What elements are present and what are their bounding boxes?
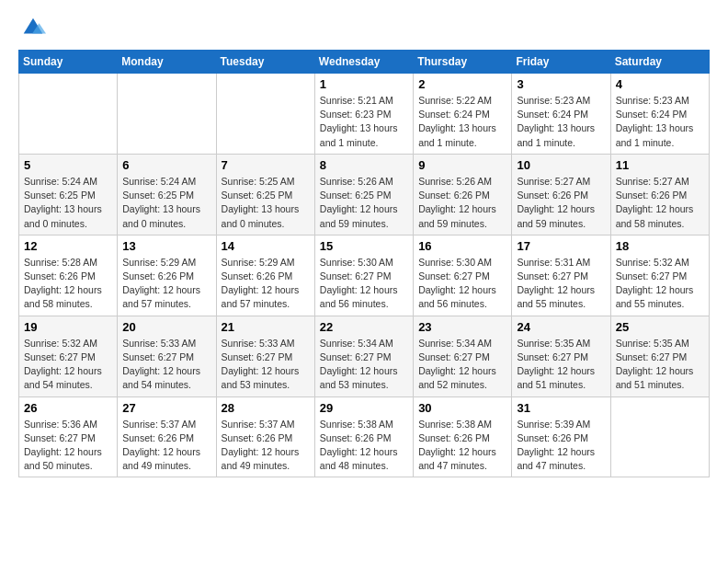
calendar-cell: 25Sunrise: 5:35 AMSunset: 6:27 PMDayligh… [610,316,709,396]
day-number: 15 [320,239,408,253]
calendar-cell: 22Sunrise: 5:34 AMSunset: 6:27 PMDayligh… [314,316,413,396]
calendar-header-wednesday: Wednesday [314,51,413,74]
day-number: 2 [418,77,506,91]
day-info: Sunrise: 5:28 AMSunset: 6:26 PMDaylight:… [24,256,112,312]
day-info: Sunrise: 5:23 AMSunset: 6:24 PMDaylight:… [517,94,605,150]
calendar-header-sunday: Sunday [19,51,118,74]
day-info: Sunrise: 5:37 AMSunset: 6:26 PMDaylight:… [122,418,210,474]
calendar-header-monday: Monday [118,51,216,74]
calendar-header-tuesday: Tuesday [216,51,314,74]
calendar-cell: 16Sunrise: 5:30 AMSunset: 6:27 PMDayligh… [414,235,512,316]
day-number: 5 [24,158,112,172]
calendar-cell: 14Sunrise: 5:29 AMSunset: 6:26 PMDayligh… [216,235,314,316]
calendar-cell: 6Sunrise: 5:24 AMSunset: 6:25 PMDaylight… [118,154,216,235]
day-info: Sunrise: 5:32 AMSunset: 6:27 PMDaylight:… [616,256,704,312]
calendar-cell: 11Sunrise: 5:27 AMSunset: 6:26 PMDayligh… [610,154,709,235]
day-info: Sunrise: 5:38 AMSunset: 6:26 PMDaylight:… [418,418,506,474]
day-number: 1 [320,77,408,91]
calendar-table: SundayMondayTuesdayWednesdayThursdayFrid… [18,50,710,477]
day-info: Sunrise: 5:36 AMSunset: 6:27 PMDaylight:… [24,418,112,474]
day-number: 14 [222,239,310,253]
day-info: Sunrise: 5:26 AMSunset: 6:25 PMDaylight:… [320,175,408,231]
calendar-cell: 27Sunrise: 5:37 AMSunset: 6:26 PMDayligh… [118,396,216,477]
calendar-cell [216,74,314,155]
day-info: Sunrise: 5:32 AMSunset: 6:27 PMDaylight:… [24,337,112,393]
calendar-week-row: 12Sunrise: 5:28 AMSunset: 6:26 PMDayligh… [19,235,710,316]
calendar-cell: 5Sunrise: 5:24 AMSunset: 6:25 PMDaylight… [19,154,118,235]
day-info: Sunrise: 5:33 AMSunset: 6:27 PMDaylight:… [222,337,310,393]
day-number: 4 [616,77,704,91]
calendar-week-row: 1Sunrise: 5:21 AMSunset: 6:23 PMDaylight… [19,74,710,155]
page: SundayMondayTuesdayWednesdayThursdayFrid… [0,0,728,492]
calendar-cell: 15Sunrise: 5:30 AMSunset: 6:27 PMDayligh… [314,235,413,316]
day-number: 23 [418,320,506,334]
calendar-cell: 28Sunrise: 5:37 AMSunset: 6:26 PMDayligh… [216,396,314,477]
calendar-cell: 8Sunrise: 5:26 AMSunset: 6:25 PMDaylight… [314,154,413,235]
day-number: 31 [517,401,605,415]
day-info: Sunrise: 5:25 AMSunset: 6:25 PMDaylight:… [222,175,310,231]
calendar-cell: 12Sunrise: 5:28 AMSunset: 6:26 PMDayligh… [19,235,118,316]
calendar-cell: 10Sunrise: 5:27 AMSunset: 6:26 PMDayligh… [512,154,610,235]
day-info: Sunrise: 5:27 AMSunset: 6:26 PMDaylight:… [517,175,605,231]
day-info: Sunrise: 5:21 AMSunset: 6:23 PMDaylight:… [320,94,408,150]
day-info: Sunrise: 5:34 AMSunset: 6:27 PMDaylight:… [320,337,408,393]
day-number: 6 [122,158,210,172]
day-info: Sunrise: 5:31 AMSunset: 6:27 PMDaylight:… [517,256,605,312]
calendar-cell: 7Sunrise: 5:25 AMSunset: 6:25 PMDaylight… [216,154,314,235]
calendar-header-row: SundayMondayTuesdayWednesdayThursdayFrid… [19,51,710,74]
day-info: Sunrise: 5:26 AMSunset: 6:26 PMDaylight:… [418,175,506,231]
day-info: Sunrise: 5:29 AMSunset: 6:26 PMDaylight:… [222,256,310,312]
calendar-cell: 1Sunrise: 5:21 AMSunset: 6:23 PMDaylight… [314,74,413,155]
day-number: 29 [320,401,408,415]
day-number: 9 [418,158,506,172]
calendar-header-friday: Friday [512,51,610,74]
day-number: 8 [320,158,408,172]
day-info: Sunrise: 5:23 AMSunset: 6:24 PMDaylight:… [616,94,704,150]
calendar-cell [610,396,709,477]
day-info: Sunrise: 5:27 AMSunset: 6:26 PMDaylight:… [616,175,704,231]
day-number: 28 [222,401,310,415]
day-number: 22 [320,320,408,334]
logo-icon [20,15,46,40]
calendar-week-row: 19Sunrise: 5:32 AMSunset: 6:27 PMDayligh… [19,316,710,396]
day-number: 25 [616,320,704,334]
day-info: Sunrise: 5:35 AMSunset: 6:27 PMDaylight:… [517,337,605,393]
header [18,15,710,40]
day-number: 13 [122,239,210,253]
day-number: 18 [616,239,704,253]
calendar-cell: 31Sunrise: 5:39 AMSunset: 6:26 PMDayligh… [512,396,610,477]
calendar-cell: 17Sunrise: 5:31 AMSunset: 6:27 PMDayligh… [512,235,610,316]
day-number: 26 [24,401,112,415]
calendar-cell: 21Sunrise: 5:33 AMSunset: 6:27 PMDayligh… [216,316,314,396]
day-info: Sunrise: 5:34 AMSunset: 6:27 PMDaylight:… [418,337,506,393]
calendar-header-saturday: Saturday [610,51,709,74]
day-number: 27 [122,401,210,415]
day-number: 16 [418,239,506,253]
logo [18,15,46,40]
day-number: 21 [222,320,310,334]
day-info: Sunrise: 5:35 AMSunset: 6:27 PMDaylight:… [616,337,704,393]
day-info: Sunrise: 5:38 AMSunset: 6:26 PMDaylight:… [320,418,408,474]
calendar-cell: 4Sunrise: 5:23 AMSunset: 6:24 PMDaylight… [610,74,709,155]
day-number: 17 [517,239,605,253]
calendar-header-thursday: Thursday [414,51,512,74]
calendar-cell: 18Sunrise: 5:32 AMSunset: 6:27 PMDayligh… [610,235,709,316]
calendar-cell: 20Sunrise: 5:33 AMSunset: 6:27 PMDayligh… [118,316,216,396]
day-number: 11 [616,158,704,172]
day-info: Sunrise: 5:30 AMSunset: 6:27 PMDaylight:… [418,256,506,312]
calendar-cell: 13Sunrise: 5:29 AMSunset: 6:26 PMDayligh… [118,235,216,316]
day-number: 10 [517,158,605,172]
day-info: Sunrise: 5:33 AMSunset: 6:27 PMDaylight:… [122,337,210,393]
day-info: Sunrise: 5:37 AMSunset: 6:26 PMDaylight:… [222,418,310,474]
day-info: Sunrise: 5:22 AMSunset: 6:24 PMDaylight:… [418,94,506,150]
day-info: Sunrise: 5:39 AMSunset: 6:26 PMDaylight:… [517,418,605,474]
day-number: 7 [222,158,310,172]
calendar-cell: 3Sunrise: 5:23 AMSunset: 6:24 PMDaylight… [512,74,610,155]
day-number: 30 [418,401,506,415]
day-number: 24 [517,320,605,334]
calendar-cell [118,74,216,155]
calendar-cell: 2Sunrise: 5:22 AMSunset: 6:24 PMDaylight… [414,74,512,155]
day-info: Sunrise: 5:24 AMSunset: 6:25 PMDaylight:… [24,175,112,231]
day-info: Sunrise: 5:24 AMSunset: 6:25 PMDaylight:… [122,175,210,231]
day-number: 3 [517,77,605,91]
